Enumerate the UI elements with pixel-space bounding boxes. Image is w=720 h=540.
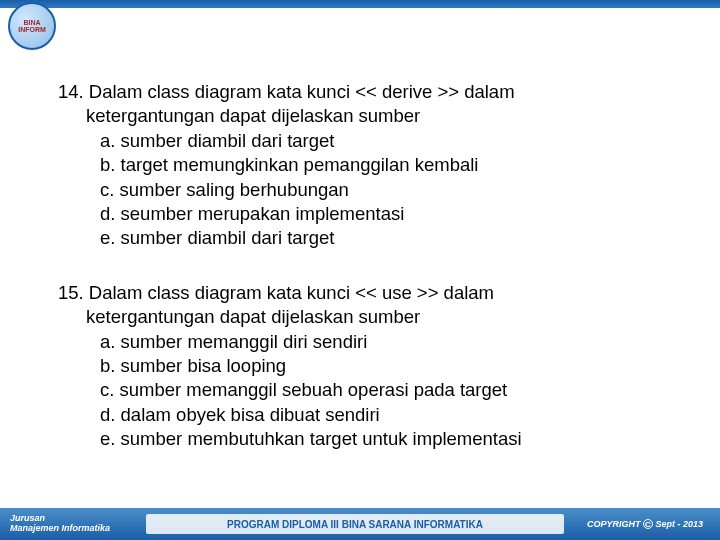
- footer-bar: Jurusan Manajemen Informatika PROGRAM DI…: [0, 508, 720, 540]
- stem-line-2: ketergantungan dapat dijelaskan sumber: [58, 305, 680, 329]
- question-14: 14. Dalam class diagram kata kunci << de…: [58, 80, 680, 251]
- footer-department: Jurusan Manajemen Informatika: [0, 514, 140, 534]
- copyright-label: COPYRIGHT: [587, 519, 641, 529]
- dept-line-2: Manajemen Informatika: [10, 523, 110, 533]
- options-list: a. sumber memanggil diri sendiri b. sumb…: [58, 330, 680, 452]
- option-e: e. sumber membutuhkan target untuk imple…: [100, 427, 680, 451]
- option-a: a. sumber memanggil diri sendiri: [100, 330, 680, 354]
- logo-text-1: BINA: [23, 19, 40, 26]
- stem-line-1: Dalam class diagram kata kunci << derive…: [89, 81, 515, 102]
- footer-program: PROGRAM DIPLOMA III BINA SARANA INFORMAT…: [146, 514, 564, 534]
- question-stem: 15. Dalam class diagram kata kunci << us…: [58, 281, 680, 305]
- option-b: b. target memungkinkan pemanggilan kemba…: [100, 153, 680, 177]
- top-border: [0, 0, 720, 8]
- option-b: b. sumber bisa looping: [100, 354, 680, 378]
- dept-line-1: Jurusan: [10, 513, 45, 523]
- logo-text-2: INFORM: [18, 26, 46, 33]
- stem-line-1: Dalam class diagram kata kunci << use >>…: [89, 282, 494, 303]
- copyright-date: Sept - 2013: [656, 519, 704, 529]
- option-c: c. sumber saling berhubungan: [100, 178, 680, 202]
- question-number: 15.: [58, 282, 84, 303]
- option-e: e. sumber diambil dari target: [100, 226, 680, 250]
- footer-copyright: COPYRIGHT C Sept - 2013: [570, 519, 720, 529]
- question-number: 14.: [58, 81, 84, 102]
- question-15: 15. Dalam class diagram kata kunci << us…: [58, 281, 680, 452]
- copyright-icon: C: [643, 519, 653, 529]
- stem-line-2: ketergantungan dapat dijelaskan sumber: [58, 104, 680, 128]
- institution-logo: BINA INFORM: [8, 2, 56, 50]
- option-a: a. sumber diambil dari target: [100, 129, 680, 153]
- option-c: c. sumber memanggil sebuah operasi pada …: [100, 378, 680, 402]
- question-stem: 14. Dalam class diagram kata kunci << de…: [58, 80, 680, 104]
- option-d: d. seumber merupakan implementasi: [100, 202, 680, 226]
- option-d: d. dalam obyek bisa dibuat sendiri: [100, 403, 680, 427]
- options-list: a. sumber diambil dari target b. target …: [58, 129, 680, 251]
- slide-content: 14. Dalam class diagram kata kunci << de…: [58, 80, 680, 482]
